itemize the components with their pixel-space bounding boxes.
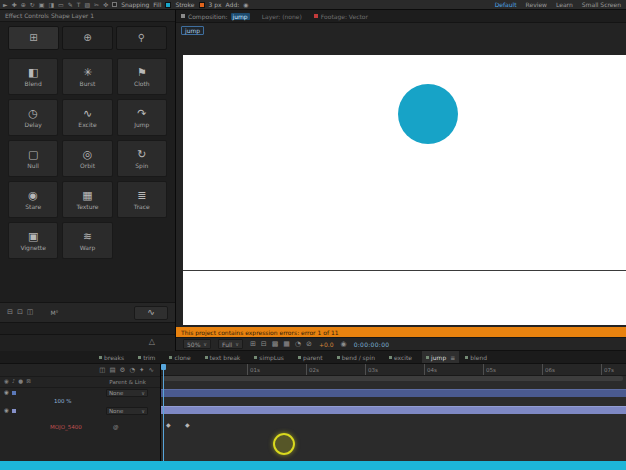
tool-icon[interactable]: ✜: [103, 2, 108, 8]
playhead[interactable]: [163, 364, 164, 461]
zoom-dropdown[interactable]: 50% ∨: [183, 339, 211, 349]
footer-tool-icon[interactable]: ◫: [27, 309, 34, 316]
expression-error-banner[interactable]: This project contains expression errors:…: [176, 327, 626, 337]
layer-color-chip[interactable]: [12, 391, 16, 395]
workspace-tab[interactable]: Default: [495, 1, 517, 8]
keyframe-diamond[interactable]: ◆: [185, 422, 190, 428]
view-tab[interactable]: ⊕: [62, 26, 113, 50]
effect-button[interactable]: ▣ Vignette: [8, 222, 58, 259]
snapping-checkbox[interactable]: [112, 2, 117, 7]
timeline-track-area[interactable]: 01s 02s 03s 04s 05s 06s 07s: [161, 364, 626, 461]
timeline-tab[interactable]: simpLus: [250, 351, 292, 364]
viewer-toolbar-icon[interactable]: ⊞: [250, 341, 256, 348]
tab-footage[interactable]: Footage: Vector: [314, 13, 368, 20]
composition-canvas[interactable]: [183, 55, 626, 325]
workspace-tab[interactable]: Review: [526, 1, 547, 8]
effect-button[interactable]: ↻ Spin: [117, 140, 167, 177]
fill-color-swatch[interactable]: [165, 2, 171, 8]
tool-icon[interactable]: ◨: [48, 2, 54, 8]
tool-icon[interactable]: ►: [3, 2, 8, 8]
stroke-color-swatch[interactable]: [199, 2, 205, 8]
effect-button[interactable]: ◉ Stare: [8, 181, 58, 218]
footer-tool-icon[interactable]: ⊟: [7, 309, 13, 316]
panel-resize-triangle-icon[interactable]: △: [149, 338, 155, 346]
timeline-tab[interactable]: bend / spin: [333, 351, 383, 364]
tool-icon[interactable]: ▭: [58, 2, 64, 8]
timeline-tab[interactable]: breaks: [95, 351, 132, 364]
work-area-bar[interactable]: [163, 376, 623, 381]
view-tab[interactable]: ⊞: [8, 26, 59, 50]
current-timecode[interactable]: 0:00:00:00: [354, 341, 390, 348]
effect-button[interactable]: ◎ Orbit: [62, 140, 112, 177]
footer-tool-icon[interactable]: ⊡: [17, 309, 23, 316]
video-progress-strip[interactable]: [0, 461, 626, 470]
tool-icon[interactable]: ↻: [30, 2, 35, 8]
layer-row-2[interactable]: ◉ None ∨: [0, 406, 160, 415]
playhead-handle[interactable]: [161, 364, 166, 370]
viewer-toolbar-icon[interactable]: ⊟: [261, 341, 267, 348]
viewer-toolbar-icon[interactable]: ▦: [283, 341, 290, 348]
layer-duration-bar-2[interactable]: [161, 406, 626, 414]
effect-button[interactable]: ✳ Burst: [62, 58, 112, 95]
time-ruler[interactable]: 01s 02s 03s 04s 05s 06s 07s: [161, 364, 626, 376]
tool-icon[interactable]: ▣: [39, 2, 45, 8]
opacity-value[interactable]: 100 %: [54, 398, 71, 404]
workspace-tab[interactable]: Small Screen: [582, 1, 621, 8]
effect-button[interactable]: ◧ Blend: [8, 58, 58, 95]
tool-icon[interactable]: ✂: [94, 2, 99, 8]
effect-button[interactable]: ≋ Warp: [62, 222, 112, 259]
tab-layer[interactable]: Layer: (none): [262, 13, 302, 20]
add-label[interactable]: Add:: [226, 1, 240, 8]
timeline-toolbar-icon[interactable]: ◫: [99, 367, 105, 374]
timeline-toolbar-icon[interactable]: ▤: [109, 367, 115, 374]
resolution-dropdown[interactable]: Full ∨: [218, 339, 243, 349]
fill-label[interactable]: Fill: [153, 1, 161, 8]
timeline-toolbar-icon[interactable]: ⚙: [120, 367, 126, 374]
effect-button[interactable]: ▢ Null: [8, 140, 58, 177]
layer-row-1[interactable]: ◉ None ∨: [0, 388, 160, 397]
tool-icon[interactable]: ⊕: [21, 2, 26, 8]
effect-controls-header[interactable]: Effect Controls Shape Layer 1: [0, 10, 175, 22]
error-layer-row[interactable]: MOJO_5400 @: [0, 422, 160, 431]
tool-icon[interactable]: T: [77, 2, 81, 8]
parent-dropdown[interactable]: None ∨: [106, 407, 148, 415]
stroke-width-value[interactable]: 3 px: [209, 1, 222, 8]
timeline-tab[interactable]: jump ≡: [422, 351, 459, 364]
wave-preset-button[interactable]: ∿: [134, 306, 168, 320]
timeline-tab[interactable]: trim: [134, 351, 163, 364]
tool-icon[interactable]: ✚: [12, 2, 17, 8]
effect-button[interactable]: ◷ Delay: [8, 99, 58, 136]
layer-visibility-icon[interactable]: ◉: [4, 408, 9, 414]
snapshot-camera-icon[interactable]: ◉: [341, 341, 347, 348]
exposure-value[interactable]: +0.0: [319, 341, 334, 348]
property-row-opacity[interactable]: 100 %: [0, 397, 160, 405]
keyframe-diamond[interactable]: ◆: [166, 422, 171, 428]
viewer-toolbar-icon[interactable]: ⊘: [306, 341, 312, 348]
timeline-tab[interactable]: parent: [294, 351, 331, 364]
effect-button[interactable]: ∿ Excite: [62, 99, 112, 136]
timeline-tab[interactable]: clone: [165, 351, 198, 364]
timeline-toolbar-icon[interactable]: ✦: [139, 367, 144, 374]
footer-mode-label[interactable]: M°: [50, 309, 58, 316]
effect-button[interactable]: ▦ Texture: [62, 181, 112, 218]
teal-circle-shape[interactable]: [398, 84, 458, 144]
timeline-tab[interactable]: text break: [201, 351, 249, 364]
viewer-toolbar-icon[interactable]: ◔: [295, 341, 301, 348]
timeline-toolbar-icon[interactable]: ◔: [129, 367, 135, 374]
workspace-tab[interactable]: Learn: [556, 1, 573, 8]
layer-duration-bar-1[interactable]: [161, 389, 626, 397]
timeline-tab[interactable]: blend: [461, 351, 495, 364]
tool-icon[interactable]: ✎: [68, 2, 73, 8]
viewer-toolbar-icon[interactable]: ▩: [272, 341, 279, 348]
comp-name-chip[interactable]: jump: [181, 26, 204, 35]
timeline-toolbar-icon[interactable]: ∿: [149, 367, 154, 374]
effect-button[interactable]: ≣ Trace: [117, 181, 167, 218]
timeline-tab[interactable]: excite: [385, 351, 420, 364]
tool-icon[interactable]: ▨: [84, 2, 90, 8]
stroke-label[interactable]: Stroke: [175, 1, 194, 8]
view-tab[interactable]: ⚲: [116, 26, 167, 50]
tab-composition[interactable]: Composition: jump: [181, 13, 250, 20]
effect-button[interactable]: ⚑ Cloth: [117, 58, 167, 95]
parent-dropdown[interactable]: None ∨: [106, 389, 148, 397]
layer-visibility-icon[interactable]: ◉: [4, 390, 9, 396]
